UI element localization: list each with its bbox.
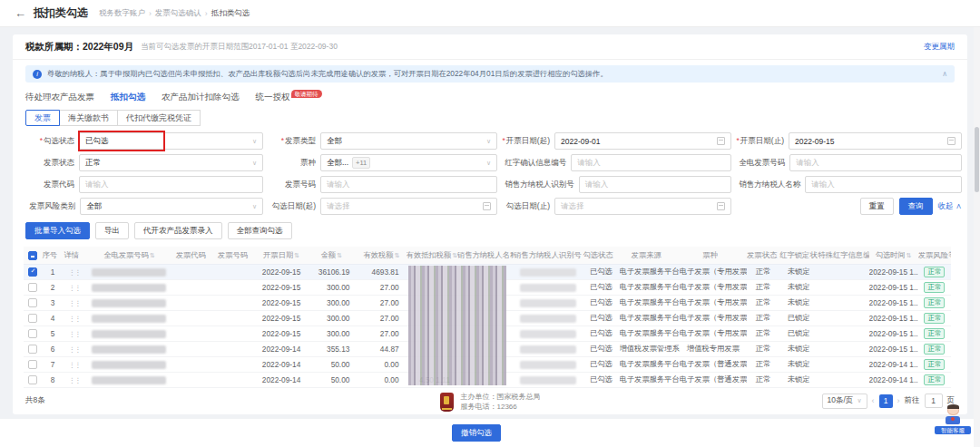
detail-icon[interactable]: ⋮⋮ (69, 330, 81, 338)
tab[interactable]: 抵扣勾选 (111, 92, 145, 103)
select-all-checkbox[interactable] (28, 251, 37, 260)
filter-control[interactable]: 已勾选 ∨ (79, 132, 263, 150)
breadcrumb-item[interactable]: 抵扣类勾选 (211, 8, 250, 19)
filter-control[interactable]: 请选择 ∨ (554, 198, 731, 215)
detail-icon[interactable]: ⋮⋮ (69, 361, 81, 369)
filter-control[interactable]: 全部 ∨ (80, 198, 263, 215)
filter-control[interactable]: 请输入 ∨ (805, 176, 962, 193)
detail-icon[interactable]: ⋮⋮ (69, 268, 81, 277)
column-header[interactable]: 详情⇅ (64, 247, 85, 264)
filter-label: *票种 (267, 158, 316, 169)
row-checkbox[interactable] (28, 329, 37, 338)
revoke-check-button[interactable]: 撤销勾选 (452, 424, 501, 442)
column-header[interactable]: 红字锁定状态⇅ (779, 247, 818, 264)
sort-icon[interactable]: ⇅ (150, 252, 155, 258)
detail-icon[interactable]: ⋮⋮ (69, 376, 81, 384)
detail-icon[interactable]: ⋮⋮ (69, 284, 81, 292)
cell-invoice-no (215, 264, 257, 279)
column-header[interactable]: 销售方纳税人名称⇅ (457, 247, 514, 264)
toolbar-button[interactable]: 代开农产品发票录入 (134, 222, 222, 239)
filter-control[interactable]: 请输入 ∨ (789, 154, 962, 171)
sort-icon[interactable]: ⇅ (906, 252, 912, 258)
row-checkbox[interactable] (28, 298, 37, 307)
column-header[interactable]: 发票号码⇅ (215, 247, 257, 264)
scrollbar-thumb[interactable] (975, 127, 979, 192)
column-header[interactable]: 票种⇅ (680, 247, 747, 264)
column-header[interactable]: 序号⇅ (42, 247, 64, 264)
reset-button[interactable]: 重置 (860, 198, 894, 215)
banner-collapse-icon[interactable]: ∧ (942, 70, 947, 78)
sort-icon[interactable]: ⇅ (337, 252, 342, 258)
notice-text: 尊敬的纳税人：属于申报期内已勾选但尚未申报抵扣、农产品出库税额勾选后尚未完成用途… (47, 69, 942, 79)
assistant-widget[interactable]: 智能客服 (935, 405, 971, 434)
filter-control[interactable]: 全部 ∨ (320, 132, 497, 150)
filter-control[interactable]: 请输入 ∨ (579, 176, 731, 193)
breadcrumb-item[interactable]: 发票勾选确认 (155, 8, 201, 19)
cell-tax: 27.00 (357, 295, 406, 310)
cell-risk: 正常 (918, 326, 951, 341)
column-header[interactable]: 开票日期⇅ (257, 247, 306, 264)
filter-control[interactable]: 请输入 ∨ (571, 154, 731, 171)
row-checkbox[interactable] (28, 360, 37, 369)
breadcrumb-item[interactable]: 税务数字账户 (99, 8, 145, 19)
column-header[interactable]: 发票风险等级⇅ (918, 247, 951, 264)
site-footer: 主办单位：国家税务总局 服务电话：12366 (0, 384, 980, 419)
column-header[interactable]: 发票代码⇅ (173, 247, 215, 264)
subtab[interactable]: 海关缴款书 (59, 110, 118, 126)
cell-invoice-number (85, 279, 172, 295)
change-period-link[interactable]: 变更属期 (924, 42, 955, 53)
column-header[interactable]: 勾选状态⇅ (583, 247, 619, 264)
collapse-filters-link[interactable]: 收起 ∧ (938, 201, 962, 212)
filter-control[interactable]: 请选择 ∨ (320, 198, 497, 215)
filter-field: *销售方纳税人名称 请输入 ∨ (735, 176, 962, 193)
column-header[interactable]: 特殊红字信息编号⇅ (818, 247, 868, 264)
column-header[interactable]: 销售方纳税人识别号⇅ (514, 247, 583, 264)
filter-control[interactable]: 请输入 ∨ (79, 176, 263, 193)
cell-seller-id (514, 279, 583, 295)
filter-control[interactable]: 2022-09-01 ∨ (554, 132, 731, 150)
info-icon: i (33, 70, 42, 79)
tab[interactable]: 统一授权敬请期待 (256, 92, 322, 103)
subtab[interactable]: 发票 (25, 110, 60, 126)
column-header[interactable]: 金额⇅ (306, 247, 357, 264)
row-checkbox[interactable] (28, 345, 37, 354)
row-checkbox[interactable] (28, 283, 37, 292)
column-header[interactable]: 发票来源⇅ (620, 247, 680, 264)
column-header[interactable]: 有效税额⇅ (357, 247, 406, 264)
tab[interactable]: 农产品加计扣除勾选 (162, 92, 240, 103)
risk-status-badge: 正常 (924, 344, 945, 355)
toolbar-button[interactable]: 导出 (95, 222, 129, 239)
header-select-all-cell[interactable] (24, 247, 42, 264)
row-checkbox[interactable] (28, 375, 37, 384)
breadcrumb-separator: › (149, 9, 152, 18)
column-header[interactable]: 有效抵扣税额⇅ (407, 247, 457, 264)
sort-icon[interactable]: ⇅ (395, 252, 400, 258)
detail-icon[interactable]: ⋮⋮ (69, 345, 81, 354)
detail-icon[interactable]: ⋮⋮ (69, 315, 81, 323)
toolbar-button[interactable]: 批量导入勾选 (25, 222, 90, 239)
cell-kind: 电子发票（普通发票） (680, 356, 747, 372)
filter-control[interactable]: 2022-09-15 ∨ (789, 132, 962, 150)
column-header[interactable]: 全电发票号码⇅ (85, 247, 172, 264)
cell-invoice-code (173, 279, 215, 295)
subtab[interactable]: 代扣代缴完税凭证 (117, 110, 201, 126)
column-header[interactable]: 发票状态⇅ (747, 247, 779, 264)
tab[interactable]: 待处理农产品发票 (25, 92, 94, 103)
detail-icon[interactable]: ⋮⋮ (69, 299, 81, 307)
filter-control[interactable]: 请输入 ∨ (320, 176, 497, 193)
scrollbar-track[interactable] (974, 0, 980, 447)
cell-seller-id (514, 356, 583, 372)
back-arrow-icon[interactable]: ← (15, 6, 26, 20)
toolbar-button[interactable]: 全部查询勾选 (228, 222, 292, 239)
filter-label: *发票风险类别 (25, 201, 75, 212)
cell-invoice-date: 2022-09-15 (257, 310, 306, 326)
filter-control[interactable]: 正常 ∨ (79, 154, 263, 171)
column-header[interactable]: 勾选时间⇅ (869, 247, 918, 264)
filter-control[interactable]: 全部... +11 ∨ (320, 154, 497, 171)
filter-field: *发票号码 请输入 ∨ (267, 176, 497, 193)
cell-tax: 27.00 (357, 279, 406, 295)
search-button[interactable]: 查询 (899, 198, 933, 215)
sort-icon[interactable]: ⇅ (294, 252, 299, 258)
row-checkbox[interactable] (28, 267, 37, 277)
row-checkbox[interactable] (28, 314, 37, 323)
